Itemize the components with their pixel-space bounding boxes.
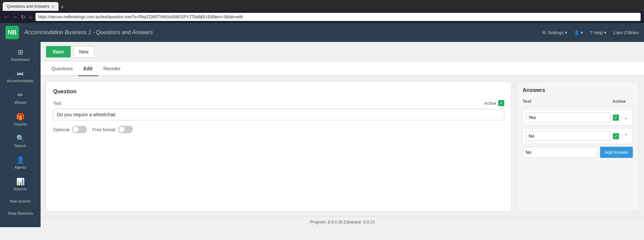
tab-title: Questions and Answers [7,4,49,9]
app-container: NB Accommodation Business 1 - Questions … [0,23,644,227]
text-label: Text [53,101,61,106]
settings-menu[interactable]: ⚙ Settings ▾ [542,30,567,35]
help-icon: ? [590,30,592,35]
dashboard-icon: ⊞ [18,48,23,56]
tab-questions[interactable]: Questions [46,62,78,76]
save-button[interactable]: Save [46,46,71,57]
sidebar-item-swap-business[interactable]: Swap Business [0,208,41,219]
header-actions: ⚙ Settings ▾ 👤 ▾ ? Help ▾ Liam O'Brien [542,30,639,35]
main-layout: ⊞ Dashboard 🛏 Accommodation ✏ Wizard 🎁 V… [0,42,644,227]
reports-icon: 📊 [16,177,25,186]
sidebar-item-accommodation[interactable]: 🛏 Accommodation [0,66,41,86]
answer-row-yes: ✓ ⌄ [523,110,633,125]
address-bar: ← → ↻ ⌂ [0,11,644,23]
answer-row-no: ✓ ⌃ [523,128,633,144]
sidebar-label-new-session: New session [10,199,31,203]
toolbar: Save New [41,42,644,62]
sidebar-label-search: Search [15,144,26,148]
new-tab-button[interactable]: + [61,4,64,11]
optional-toggle[interactable] [72,126,87,133]
settings-icon: ⚙ [542,30,546,35]
active-checkbox[interactable]: ✓ [498,100,504,106]
free-format-slider [118,126,133,133]
sidebar-item-agents[interactable]: 👤 Agents [0,152,41,173]
sidebar-label-accommodation: Accommodation [7,79,34,83]
sidebar-item-wizard[interactable]: ✏ Wizard [0,88,41,108]
tab-bar: Questions Edit Reorder [41,62,644,76]
answer-chevron-up-no[interactable]: ⌃ [622,133,630,139]
answer-chevron-down-yes[interactable]: ⌄ [622,114,630,121]
answers-panel-title: Answers [523,87,633,93]
footer: Program: 8.9.0.36 Database: 8.9.23 [41,217,644,227]
question-text-input[interactable] [53,109,504,120]
question-panel-title: Question [53,89,504,95]
accommodation-icon: 🛏 [17,70,24,77]
optional-label: Optional [53,127,69,132]
sidebar-label-voucher: Voucher [14,122,27,126]
free-format-label: Free format [92,127,115,132]
refresh-button[interactable]: ↻ [21,14,25,20]
sidebar-label-wizard: Wizard [15,100,26,104]
content-area: Save New Questions Edit Reorder Question… [41,42,644,227]
answer-input-yes[interactable] [526,113,610,122]
profile-icon: 👤 [574,30,579,35]
sidebar-item-voucher[interactable]: 🎁 Voucher [0,109,41,129]
help-chevron-icon: ▾ [604,30,606,35]
add-answer-input[interactable] [523,147,597,158]
url-bar[interactable] [36,13,641,21]
sidebar: ⊞ Dashboard 🛏 Accommodation ✏ Wizard 🎁 V… [0,42,41,227]
text-active-row: Text Active ✓ [53,100,504,106]
active-text-label: Active [484,101,496,106]
answer-input-no[interactable] [526,131,610,141]
answer-active-checkbox-yes[interactable]: ✓ [613,115,619,121]
add-answer-button[interactable]: Add Answer [600,147,633,158]
forward-button[interactable]: → [12,14,18,20]
voucher-icon: 🎁 [16,113,25,121]
two-col-layout: Question Text Active ✓ Optional [41,76,644,217]
settings-chevron-icon: ▾ [565,30,567,35]
profile-menu[interactable]: 👤 ▾ [574,30,583,35]
options-row: Optional Free format [53,126,504,133]
chevron-down-icon: ▾ [581,30,583,35]
app-logo: NB [5,26,19,39]
optional-slider [72,126,87,133]
browser-tab-bar: Questions and Answers ✕ + [0,0,644,11]
wizard-icon: ✏ [18,91,23,99]
sidebar-item-dashboard[interactable]: ⊞ Dashboard [0,45,41,65]
sidebar-item-search[interactable]: 🔍 Search [0,131,41,151]
program-info: Program: 8.9.0.36 Database: 8.9.23 [310,220,375,224]
app-title: Accommodation Business 1 - Questions and… [24,29,153,35]
sidebar-label-dashboard: Dashboard [11,57,29,62]
col-text-header: Text [523,99,610,104]
question-panel: Question Text Active ✓ Optional [46,81,511,211]
sidebar-label-agents: Agents [15,165,26,169]
user-menu[interactable]: Liam O'Brien [613,30,639,35]
search-icon: 🔍 [16,134,25,142]
add-answer-row: Add Answer [523,147,633,158]
answers-header: Text Active [523,99,633,107]
home-button[interactable]: ⌂ [29,14,32,20]
col-active-header: Active [613,99,633,104]
back-button[interactable]: ← [3,14,9,20]
answer-active-checkbox-no[interactable]: ✓ [613,133,619,139]
active-label-group: Active ✓ [484,100,504,106]
sidebar-label-swap-business: Swap Business [7,211,33,215]
help-menu[interactable]: ? Help ▾ [590,30,606,35]
tab-reorder[interactable]: Reorder [98,62,126,76]
tab-edit[interactable]: Edit [78,62,98,76]
optional-toggle-group: Optional [53,126,87,133]
new-button[interactable]: New [73,46,94,57]
tab-close-button[interactable]: ✕ [51,4,54,9]
app-header: NB Accommodation Business 1 - Questions … [0,23,644,42]
answers-panel: Answers Text Active ✓ ⌄ ✓ [517,81,639,211]
free-format-toggle[interactable] [118,126,133,133]
sidebar-item-reports[interactable]: 📊 Reports [0,174,41,194]
active-browser-tab: Questions and Answers ✕ [3,2,59,11]
free-format-toggle-group: Free format [92,126,133,133]
sidebar-item-new-session[interactable]: New session [0,196,41,207]
sidebar-label-reports: Reports [14,187,27,191]
agents-icon: 👤 [16,156,25,164]
